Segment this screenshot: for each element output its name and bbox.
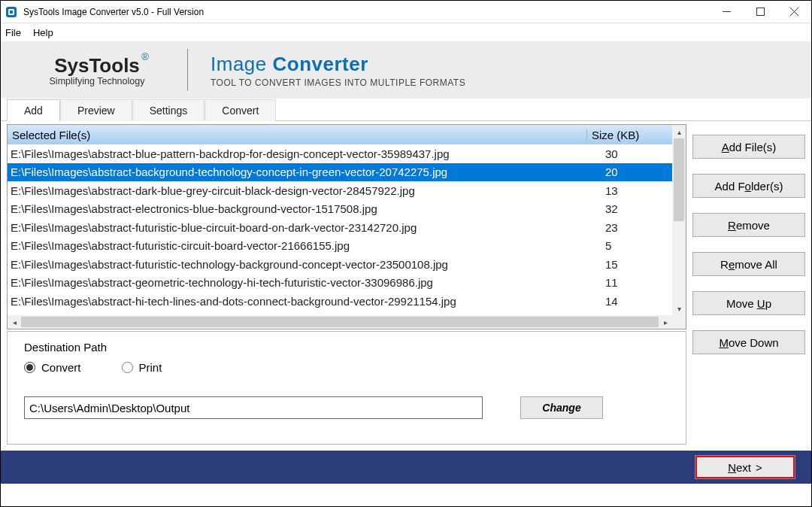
table-body: E:\Files\Images\abstract-blue-pattern-ba… (8, 144, 686, 316)
file-path-cell: E:\Files\Images\abstract-background-tech… (8, 165, 601, 178)
scroll-up-icon[interactable]: ▴ (672, 125, 686, 138)
add-files-button[interactable]: Add File(s) (692, 135, 805, 159)
vertical-scroll-thumb[interactable] (674, 138, 684, 221)
footer-bar: Next> (1, 451, 811, 484)
file-path-cell: E:\Files\Images\abstract-futuristic-tech… (8, 258, 601, 271)
chevron-right-icon: > (756, 461, 762, 474)
destination-path-group: Destination Path Convert Print Change (7, 331, 686, 445)
tab-settings[interactable]: Settings (132, 99, 205, 121)
move-up-button[interactable]: Move Up (692, 291, 805, 315)
table-row[interactable]: E:\Files\Images\abstract-hi-tech-lines-a… (8, 292, 686, 311)
destination-path-input[interactable] (24, 396, 483, 419)
vertical-separator (187, 49, 188, 91)
table-row[interactable]: E:\Files\Images\abstract-futuristic-tech… (8, 255, 686, 274)
add-folders-button[interactable]: Add Folder(s) (692, 174, 805, 198)
app-icon (5, 6, 17, 18)
side-buttons: Add File(s) Add Folder(s) Remove Remove … (692, 124, 805, 445)
product-name: Image Converter TOOL TO CONVERT IMAGES I… (211, 53, 465, 88)
column-size[interactable]: Size (KB) (587, 129, 672, 141)
brand-bar: SysTools® Simplifying Technology Image C… (1, 41, 811, 99)
menu-bar: File Help (1, 23, 811, 41)
remove-all-button[interactable]: Remove All (692, 252, 805, 276)
tab-preview[interactable]: Preview (60, 99, 132, 121)
table-row[interactable]: E:\Files\Images\abstract-dark-blue-grey-… (8, 181, 686, 200)
file-path-cell: E:\Files\Images\abstract-dark-blue-grey-… (8, 184, 601, 197)
column-selected-files[interactable]: Selected File(s) (8, 129, 587, 141)
file-path-cell: E:\Files\Images\abstract-futuristic-circ… (8, 239, 601, 252)
file-path-cell: E:\Files\Images\abstract-electronics-blu… (8, 202, 601, 215)
move-down-button[interactable]: Move Down (692, 330, 805, 354)
tab-convert[interactable]: Convert (205, 99, 276, 121)
vertical-scrollbar[interactable]: ▴ ▾ (672, 125, 686, 315)
table-row[interactable]: E:\Files\Images\abstract-geometric-techn… (8, 274, 686, 293)
close-button[interactable] (777, 1, 811, 23)
file-path-cell: E:\Files\Images\abstract-futuristic-blue… (8, 221, 601, 234)
window-title: SysTools Image Converter v5.0 - Full Ver… (23, 7, 204, 17)
radio-convert[interactable]: Convert (24, 361, 81, 374)
menu-file[interactable]: File (5, 27, 21, 38)
radio-print[interactable]: Print (122, 361, 162, 374)
scroll-down-icon[interactable]: ▾ (672, 302, 686, 315)
scroll-right-icon[interactable]: ▸ (659, 315, 672, 329)
table-row[interactable]: E:\Files\Images\abstract-electronics-blu… (8, 200, 686, 219)
tab-add[interactable]: Add (7, 99, 60, 121)
maximize-button[interactable] (744, 1, 777, 23)
change-button[interactable]: Change (520, 396, 603, 419)
table-header: Selected File(s) Size (KB) (8, 125, 686, 144)
file-path-cell: E:\Files\Images\abstract-geometric-techn… (8, 276, 601, 289)
file-path-cell: E:\Files\Images\abstract-blue-pattern-ba… (8, 147, 601, 160)
table-row[interactable]: E:\Files\Images\abstract-futuristic-blue… (8, 218, 686, 237)
table-row[interactable]: E:\Files\Images\abstract-background-tech… (8, 163, 686, 182)
left-panel: Selected File(s) Size (KB) E:\Files\Imag… (7, 124, 686, 445)
horizontal-scroll-thumb[interactable] (21, 317, 659, 327)
destination-path-legend: Destination Path (24, 341, 107, 354)
table-row[interactable]: E:\Files\Images\abstract-futuristic-circ… (8, 237, 686, 256)
table-row[interactable]: E:\Files\Images\abstract-blue-pattern-ba… (8, 144, 686, 163)
svg-rect-4 (757, 8, 765, 16)
next-button[interactable]: Next> (695, 456, 795, 478)
content-area: Selected File(s) Size (KB) E:\Files\Imag… (1, 121, 811, 451)
file-path-cell: E:\Files\Images\abstract-hi-tech-lines-a… (8, 295, 601, 308)
title-bar: SysTools Image Converter v5.0 - Full Ver… (1, 1, 811, 23)
remove-button[interactable]: Remove (692, 213, 805, 237)
brand-logo: SysTools® Simplifying Technology (29, 54, 165, 87)
tab-bar: Add Preview Settings Convert (1, 99, 811, 121)
menu-help[interactable]: Help (33, 27, 53, 38)
file-table: Selected File(s) Size (KB) E:\Files\Imag… (7, 124, 686, 329)
horizontal-scrollbar[interactable]: ◂ ▸ (8, 315, 672, 329)
svg-rect-2 (10, 11, 13, 14)
window-controls (710, 1, 811, 23)
minimize-button[interactable] (710, 1, 744, 23)
scroll-left-icon[interactable]: ◂ (8, 315, 21, 329)
